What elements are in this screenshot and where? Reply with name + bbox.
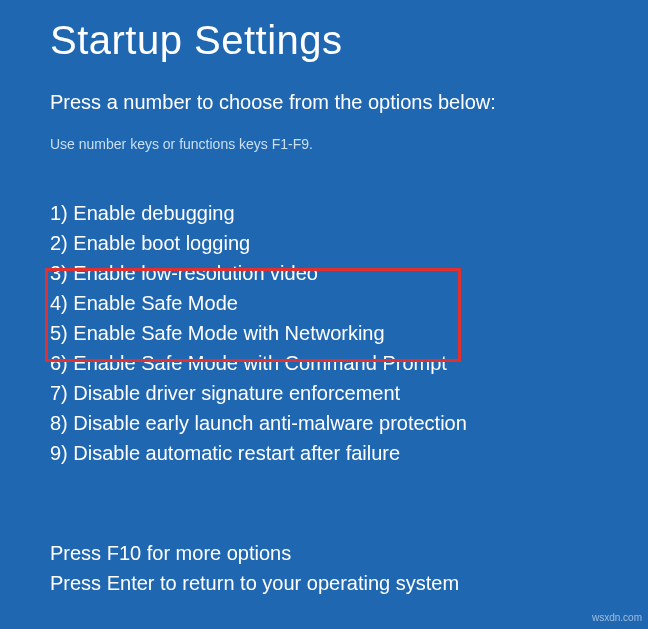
- option-5-enable-safe-mode-networking[interactable]: 5) Enable Safe Mode with Networking: [50, 318, 598, 348]
- option-3-enable-low-resolution-video[interactable]: 3) Enable low-resolution video: [50, 258, 598, 288]
- option-8-disable-anti-malware[interactable]: 8) Disable early launch anti-malware pro…: [50, 408, 598, 438]
- option-2-enable-boot-logging[interactable]: 2) Enable boot logging: [50, 228, 598, 258]
- watermark-text: wsxdn.com: [592, 612, 642, 623]
- more-options-hint: Press F10 for more options: [50, 538, 598, 568]
- startup-options-list: 1) Enable debugging 2) Enable boot loggi…: [50, 198, 598, 468]
- option-7-disable-driver-signature[interactable]: 7) Disable driver signature enforcement: [50, 378, 598, 408]
- footer-instructions: Press F10 for more options Press Enter t…: [50, 538, 598, 598]
- option-6-enable-safe-mode-command-prompt[interactable]: 6) Enable Safe Mode with Command Prompt: [50, 348, 598, 378]
- option-4-enable-safe-mode[interactable]: 4) Enable Safe Mode: [50, 288, 598, 318]
- return-hint: Press Enter to return to your operating …: [50, 568, 598, 598]
- instruction-subtitle: Press a number to choose from the option…: [50, 91, 598, 114]
- option-9-disable-automatic-restart[interactable]: 9) Disable automatic restart after failu…: [50, 438, 598, 468]
- page-title: Startup Settings: [50, 18, 598, 63]
- key-hint: Use number keys or functions keys F1-F9.: [50, 136, 598, 152]
- option-1-enable-debugging[interactable]: 1) Enable debugging: [50, 198, 598, 228]
